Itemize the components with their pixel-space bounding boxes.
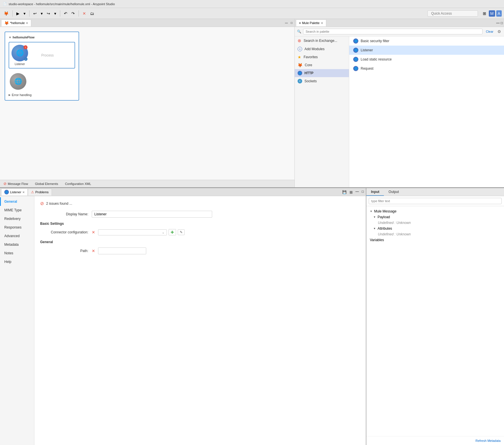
- run-dropdown[interactable]: ▾: [22, 10, 27, 17]
- display-name-input[interactable]: [92, 211, 212, 218]
- palette-basic-security-label: Basic security filter: [361, 39, 389, 43]
- canvas-panel: 🦊 *hellomule ✕ — □ ▼ hellomuleFlow: [0, 19, 295, 187]
- mule-message-node[interactable]: ▼ Mule Message: [366, 208, 504, 214]
- prop-filter-btn[interactable]: ▦: [349, 190, 353, 195]
- icon2[interactable]: A: [496, 10, 502, 17]
- palette-item-favorites[interactable]: ★ Favorites: [295, 53, 349, 61]
- issues-count-label: 2 issues found ...: [46, 202, 72, 206]
- palette-right-listener[interactable]: 🌐 Listener: [349, 46, 504, 55]
- canvas-tab-close[interactable]: ✕: [26, 22, 28, 25]
- payload-value-node: Undefined : Unknown: [366, 220, 504, 226]
- error-badge: !: [24, 45, 28, 49]
- palette-search-input[interactable]: [303, 29, 482, 34]
- connector-add-btn[interactable]: ✚: [169, 229, 176, 235]
- palette-favorites-label: Favorites: [304, 55, 318, 59]
- save-btn[interactable]: 🗂: [89, 10, 95, 17]
- palette-request-label: Request: [361, 67, 374, 71]
- prop-nav-metadata[interactable]: Metadata: [0, 240, 34, 249]
- palette-gear-btn[interactable]: ⚙: [497, 29, 502, 34]
- connector-error-icon: ✕: [92, 230, 95, 235]
- listener-label: Listener: [15, 63, 25, 66]
- variables-node[interactable]: Variables: [366, 237, 504, 243]
- connector-edit-btn[interactable]: ✎: [178, 229, 185, 235]
- mule-palette-tab[interactable]: ≡ Mule Palette ✕: [296, 19, 326, 26]
- prop-nav-responses[interactable]: Responses: [0, 223, 34, 232]
- input-tab[interactable]: Input: [366, 188, 384, 196]
- prop-nav-general[interactable]: General: [0, 197, 34, 206]
- palette-item-http[interactable]: 🌐 HTTP: [295, 69, 349, 77]
- prop-nav-help[interactable]: Help: [0, 257, 34, 266]
- palette-clear-btn[interactable]: Clear: [484, 29, 495, 34]
- listener-prop-tab[interactable]: 🌐 Listener ✕: [1, 189, 28, 196]
- payload-arrow: ▼: [373, 216, 376, 218]
- prop-nav-redelivery[interactable]: Redelivery: [0, 214, 34, 223]
- palette-minimize-btn[interactable]: —: [496, 21, 500, 25]
- connector-dropdown[interactable]: ⌄: [98, 229, 167, 235]
- refresh-metadata-link[interactable]: Refresh Metadata: [476, 439, 501, 442]
- message-flow-error-icon: ⊘: [3, 181, 7, 186]
- canvas-maximize-btn[interactable]: □: [290, 21, 293, 25]
- palette-item-sockets[interactable]: © Sockets: [295, 77, 349, 85]
- message-flow-tab[interactable]: ⊘ Message Flow: [2, 181, 29, 186]
- perspective-btn[interactable]: ⊞: [481, 10, 488, 17]
- message-tabs-bar: Input Output: [366, 188, 504, 196]
- problems-tab[interactable]: ⚠ Problems: [28, 189, 52, 196]
- path-error-icon: ✕: [92, 249, 95, 253]
- payload-node[interactable]: ▼ Payload: [366, 214, 504, 220]
- gray-component[interactable]: 🌐: [10, 73, 26, 90]
- icon1[interactable]: M: [489, 10, 495, 17]
- prop-nav-notes[interactable]: Notes: [0, 249, 34, 257]
- stop-btn[interactable]: ✕: [81, 10, 87, 17]
- palette-item-exchange[interactable]: ⊗ Search in Exchange...: [295, 36, 349, 45]
- palette-panel: ≡ Mule Palette ✕ — □ 🔍 Clear ⚙: [295, 19, 504, 187]
- palette-item-core[interactable]: 🦊 Core: [295, 61, 349, 69]
- attributes-node[interactable]: ▼ Attributes: [366, 226, 504, 231]
- undo-btn[interactable]: ↶: [62, 10, 69, 17]
- palette-load-static-label: Load static resource: [361, 57, 392, 61]
- sep1: [12, 10, 13, 17]
- palette-tab-close[interactable]: ✕: [321, 22, 323, 25]
- palette-item-add-modules[interactable]: + Add Modules: [295, 45, 349, 53]
- config-xml-label: Configuration XML: [65, 182, 91, 186]
- palette-right-request[interactable]: 🌐 Request: [349, 64, 504, 73]
- title-bar: 📄 studio-workspace - hellomule/src/main/…: [0, 0, 504, 8]
- prop-nav-advanced[interactable]: Advanced: [0, 232, 34, 240]
- forward-btn[interactable]: ↪: [45, 10, 52, 17]
- palette-add-modules-label: Add Modules: [304, 47, 325, 51]
- listener-tab-close[interactable]: ✕: [22, 191, 25, 194]
- redo-btn[interactable]: ↷: [70, 10, 76, 17]
- prop-maximize-btn[interactable]: □: [361, 190, 365, 195]
- global-elements-tab[interactable]: Global Elements: [34, 181, 59, 186]
- palette-tab-icon: ≡: [299, 21, 301, 25]
- prop-nav-mime-type[interactable]: MIME Type: [0, 206, 34, 214]
- load-static-icon: 🌐: [353, 57, 358, 62]
- config-xml-tab[interactable]: Configuration XML: [64, 181, 92, 186]
- forward-dropdown[interactable]: ▾: [53, 10, 58, 17]
- attributes-value-node: Undefined : Unknown: [366, 231, 504, 237]
- menu-btn[interactable]: 🦊: [2, 10, 10, 17]
- listener-component[interactable]: 🌐 ! ↔ Listener: [11, 45, 28, 66]
- quick-access-input[interactable]: [427, 10, 478, 17]
- title-text: studio-workspace - hellomule/src/main/mu…: [9, 2, 115, 6]
- palette-right-basic-security[interactable]: 🌐 Basic security filter: [349, 36, 504, 46]
- error-handling-row[interactable]: ▶ Error handling: [9, 93, 75, 97]
- back-btn[interactable]: ↩: [32, 10, 38, 17]
- properties-content: General MIME Type Redelivery Responses A…: [0, 196, 366, 445]
- mule-message-label: Mule Message: [374, 209, 396, 213]
- message-search-bar: [366, 196, 504, 206]
- palette-right-load-static[interactable]: 🌐 Load static resource: [349, 55, 504, 64]
- output-tab[interactable]: Output: [384, 188, 403, 196]
- palette-maximize-btn[interactable]: □: [501, 21, 503, 25]
- prop-nav-responses-label: Responses: [4, 225, 22, 229]
- prop-save-btn[interactable]: 💾: [341, 190, 347, 195]
- connector-config-label: Connector configuration:: [40, 230, 92, 234]
- prop-minimize-btn[interactable]: —: [355, 190, 360, 195]
- message-search-input[interactable]: [369, 198, 502, 204]
- canvas-tab-label: *hellomule: [10, 21, 25, 25]
- properties-tab-label: Listener: [10, 190, 21, 194]
- run-btn[interactable]: ▶: [15, 10, 21, 17]
- canvas-minimize-btn[interactable]: —: [284, 21, 289, 25]
- path-input[interactable]: [98, 247, 146, 254]
- back-dropdown[interactable]: ▾: [39, 10, 44, 17]
- hellomule-tab[interactable]: 🦊 *hellomule ✕: [1, 19, 31, 26]
